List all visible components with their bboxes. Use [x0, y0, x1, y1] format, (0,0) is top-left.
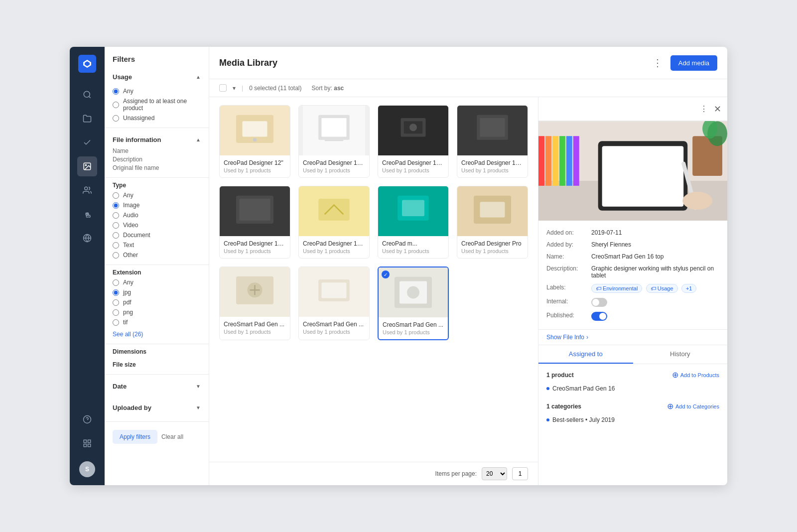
type-other[interactable]: Other [113, 252, 201, 259]
type-image[interactable]: Image [113, 202, 201, 209]
thumb-image [299, 267, 369, 317]
filter-date-header[interactable]: Date ▼ [113, 379, 201, 394]
published-toggle[interactable] [591, 312, 607, 321]
nav-media[interactable] [77, 156, 97, 176]
card-name: CreoSmart Pad Gen ... [224, 321, 286, 328]
usage-assigned[interactable]: Assigned to at least one product [113, 98, 201, 112]
svg-rect-35 [318, 199, 350, 221]
nav-settings[interactable] [77, 204, 97, 224]
apply-filters-button[interactable]: Apply filters [113, 430, 157, 444]
filter-uploaded-section: Uploaded by ▼ [105, 400, 209, 415]
file-info-description: Description [113, 156, 201, 163]
usage-any[interactable]: Any [113, 88, 201, 95]
ext-pdf[interactable]: pdf [113, 299, 201, 306]
nav-apps[interactable] [77, 433, 97, 453]
ext-any[interactable]: Any [113, 279, 201, 286]
svg-rect-38 [402, 200, 424, 217]
card-name: CreoPad m... [382, 240, 444, 247]
label-environmental[interactable]: 🏷 Environmental [591, 284, 642, 293]
user-avatar[interactable]: S [79, 461, 95, 477]
detail-internal: Internal: [546, 295, 719, 309]
media-card[interactable]: CreoPad Designer 12... Used by 1 product… [378, 105, 449, 178]
select-all-checkbox[interactable] [219, 84, 227, 92]
media-card[interactable]: CreoPad Designer 12... Used by 1 product… [457, 105, 528, 178]
thumb-image [378, 186, 448, 236]
type-video[interactable]: Video [113, 222, 201, 229]
card-name: CreoSmart Pad Gen ... [383, 321, 444, 328]
detail-panel: ⋮ ✕ [538, 97, 727, 485]
nav-search[interactable] [77, 85, 97, 105]
label-usage[interactable]: 🏷 Usage [646, 284, 678, 293]
see-all-extensions[interactable]: See all (26) [113, 331, 143, 338]
type-document[interactable]: Document [113, 232, 201, 239]
nav-globe[interactable] [77, 228, 97, 248]
logo-icon [82, 59, 92, 69]
media-card[interactable]: CreoPad Designer 12... Used by 1 product… [298, 105, 370, 178]
plus-circle-icon-2: ⊕ [667, 401, 673, 411]
app-logo [78, 55, 96, 73]
ext-png[interactable]: png [113, 309, 201, 316]
filter-usage-header[interactable]: Usage ▲ [113, 69, 201, 85]
label-more[interactable]: +1 [681, 284, 697, 293]
nav-files[interactable] [77, 109, 97, 129]
media-card[interactable]: CreoPad Designer 12... Used by 1 product… [219, 186, 290, 259]
card-name: CreoPad Designer 12... [303, 159, 365, 166]
card-thumbnail [457, 106, 528, 155]
filter-uploaded-header[interactable]: Uploaded by ▼ [113, 400, 201, 415]
media-card-selected[interactable]: ✓ CreoSmart Pad Gen ... Used by 1 produc… [378, 266, 449, 340]
ext-tif[interactable]: tif [113, 319, 201, 326]
media-card[interactable]: CreoPad Designer 12... Used by 1 product… [298, 186, 370, 259]
image-icon [83, 162, 92, 171]
type-any[interactable]: Any [113, 192, 201, 199]
type-audio[interactable]: Audio [113, 212, 201, 219]
page-number-input[interactable] [512, 467, 528, 480]
per-page-label: Items per page: [435, 470, 477, 477]
per-page-select[interactable]: 20 50 100 [482, 467, 507, 480]
detail-description: Description: Graphic designer working wi… [546, 263, 719, 281]
filter-file-info-label: File information [113, 136, 161, 143]
media-card[interactable]: CreoPad m... Used by 1 products [378, 186, 449, 259]
tab-history[interactable]: History [633, 345, 728, 364]
nav-help[interactable] [77, 409, 97, 429]
category-item: Best-sellers • July 2019 [546, 415, 719, 425]
name-value: CreoSmart Pad Gen 16 top [591, 253, 719, 260]
nav-users[interactable] [77, 180, 97, 200]
svg-rect-59 [538, 136, 544, 186]
card-sub: Used by 1 products [303, 329, 365, 335]
usage-unassigned[interactable]: Unassigned [113, 115, 201, 122]
media-card[interactable]: CreoSmart Pad Gen ... Used by 1 products [219, 266, 290, 340]
detail-added-on: Added on: 2019-07-11 [546, 227, 719, 239]
filter-dimensions-label: Dimensions [113, 348, 201, 355]
card-thumbnail [378, 186, 448, 236]
bulk-action-dropdown[interactable]: ▾ [233, 85, 236, 92]
filter-file-info-header[interactable]: File information ▲ [113, 132, 201, 147]
clear-filters-button[interactable]: Clear all [161, 433, 183, 440]
media-card[interactable]: CreoPad Designer 12" Used by 1 products [219, 105, 290, 178]
type-text[interactable]: Text [113, 242, 201, 249]
internal-toggle[interactable] [591, 298, 607, 307]
filter-usage-section: Usage ▲ Any Assigned to at least one pro… [105, 69, 209, 122]
media-card[interactable]: CreoPad Designer Pro Used by 1 products [457, 186, 528, 259]
more-options-button[interactable]: ⋮ [651, 55, 664, 71]
card-thumbnail [220, 186, 290, 236]
card-sub: Used by 1 products [461, 167, 524, 173]
svg-rect-60 [545, 136, 551, 186]
ext-jpg[interactable]: jpg [113, 289, 201, 296]
detail-metadata: Added on: 2019-07-11 Added by: Sheryl Fi… [538, 221, 727, 330]
detail-more-button[interactable]: ⋮ [698, 102, 710, 116]
card-sub: Used by 1 products [224, 248, 286, 254]
show-file-info-link[interactable]: Show File Info › [538, 330, 727, 345]
type-radio-group: Any Image Audio Video Document Text Othe… [113, 192, 201, 259]
tab-assigned-to[interactable]: Assigned to [538, 345, 633, 364]
card-thumbnail [378, 106, 448, 155]
svg-rect-30 [480, 118, 505, 137]
add-media-button[interactable]: Add media [670, 55, 717, 71]
media-grid: CreoPad Designer 12" Used by 1 products [219, 105, 528, 340]
add-to-categories-button[interactable]: ⊕ Add to Categories [667, 401, 719, 411]
filter-filesize-label: File size [113, 361, 201, 368]
add-to-products-button[interactable]: ⊕ Add to Products [672, 370, 719, 380]
globe-icon [83, 234, 92, 243]
media-card[interactable]: CreoSmart Pad Gen ... Used by 1 products [298, 266, 370, 340]
detail-close-button[interactable]: ✕ [714, 104, 721, 115]
nav-tasks[interactable] [77, 133, 97, 152]
